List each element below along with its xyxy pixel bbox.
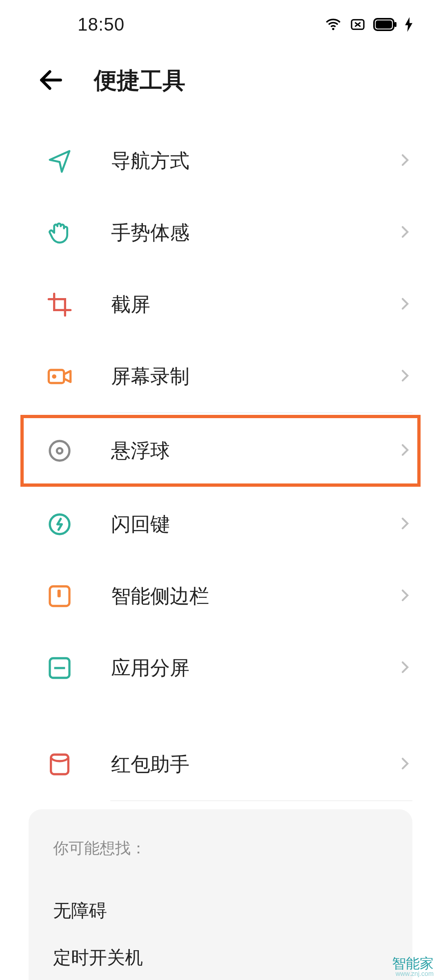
svg-rect-13 xyxy=(51,755,69,774)
watermark-url: www.znj.com xyxy=(392,971,434,978)
no-sim-icon xyxy=(350,16,366,33)
section-divider xyxy=(110,800,412,801)
row-label: 应用分屏 xyxy=(74,655,398,681)
row-smart-sidebar[interactable]: 智能侧边栏 xyxy=(0,560,441,632)
svg-point-7 xyxy=(50,441,69,461)
settings-list: 导航方式 手势体感 截屏 xyxy=(0,125,441,801)
row-screen-recording[interactable]: 屏幕录制 xyxy=(0,341,441,412)
suggestion-card: 你可能想找： 无障碍 定时开关机 xyxy=(29,809,412,980)
row-label: 闪回键 xyxy=(74,511,398,537)
row-label: 智能侧边栏 xyxy=(74,583,398,609)
row-floating-ball[interactable]: 悬浮球 xyxy=(20,415,421,487)
row-split-screen[interactable]: 应用分屏 xyxy=(0,632,441,704)
sidebar-icon xyxy=(45,581,74,611)
svg-rect-11 xyxy=(58,590,61,597)
row-label: 手势体感 xyxy=(74,220,398,246)
row-label: 导航方式 xyxy=(74,148,398,174)
svg-point-8 xyxy=(57,448,62,453)
row-screenshot[interactable]: 截屏 xyxy=(0,269,441,341)
video-camera-icon xyxy=(45,362,74,391)
chevron-right-icon xyxy=(398,588,412,604)
row-red-packet-assistant[interactable]: 红包助手 xyxy=(0,728,441,800)
envelope-icon xyxy=(45,750,74,779)
svg-rect-3 xyxy=(376,20,392,29)
chevron-right-icon xyxy=(398,296,412,313)
status-bar: 18:50 xyxy=(0,0,441,49)
cursor-icon xyxy=(45,146,74,176)
page-header: 便捷工具 xyxy=(0,49,441,125)
row-label: 悬浮球 xyxy=(74,438,398,464)
svg-point-0 xyxy=(332,28,334,30)
svg-point-6 xyxy=(52,374,56,379)
page-title: 便捷工具 xyxy=(94,65,185,96)
chevron-right-icon xyxy=(398,516,412,532)
row-gestures[interactable]: 手势体感 xyxy=(0,197,441,269)
chevron-right-icon xyxy=(398,660,412,676)
crop-icon xyxy=(45,290,74,319)
chevron-right-icon xyxy=(398,368,412,385)
watermark-title: 智能家 xyxy=(392,956,434,971)
row-flashback-key[interactable]: 闪回键 xyxy=(0,488,441,560)
row-label: 红包助手 xyxy=(74,751,398,777)
chevron-right-icon xyxy=(398,443,412,459)
lightning-circle-icon xyxy=(45,510,74,539)
target-circle-icon xyxy=(45,436,74,466)
row-label: 屏幕录制 xyxy=(74,363,398,390)
chevron-right-icon xyxy=(398,756,412,773)
back-button[interactable] xyxy=(37,66,65,96)
watermark: 智能家 www.znj.com xyxy=(392,956,434,978)
section-divider xyxy=(110,412,412,413)
row-navigation-method[interactable]: 导航方式 xyxy=(0,125,441,197)
battery-icon xyxy=(373,18,398,31)
split-square-icon xyxy=(45,653,74,683)
status-icons xyxy=(324,16,412,33)
wifi-icon xyxy=(324,16,342,33)
charging-icon xyxy=(405,17,412,32)
section-gap xyxy=(0,704,441,728)
chevron-right-icon xyxy=(398,225,412,241)
svg-rect-4 xyxy=(394,22,396,27)
status-time: 18:50 xyxy=(78,14,125,35)
chevron-right-icon xyxy=(398,153,412,169)
hand-icon xyxy=(45,218,74,247)
row-label: 截屏 xyxy=(74,292,398,318)
suggestion-accessibility[interactable]: 无障碍 xyxy=(53,887,388,934)
suggestion-scheduled-power[interactable]: 定时开关机 xyxy=(53,934,388,980)
suggestion-hint: 你可能想找： xyxy=(53,838,388,859)
